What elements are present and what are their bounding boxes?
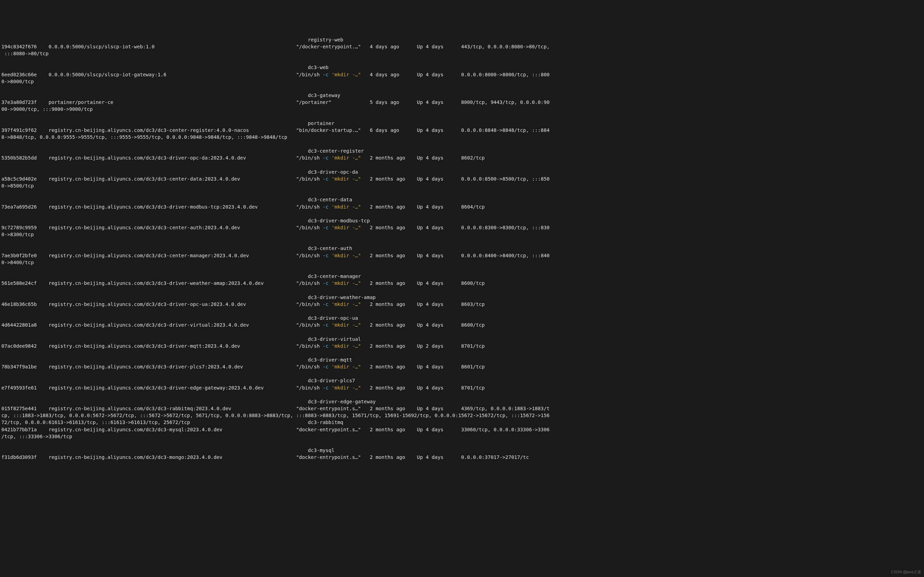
container-name: dc3-center-auth <box>2 245 352 251</box>
container-name: dc3-driver-opc-da <box>2 169 358 175</box>
docker-ps-row: 6eed0236c66e 0.0.0.0:5000/slscp/slscp-io… <box>2 72 550 84</box>
container-name: dc3-driver-weather-amap <box>2 295 376 300</box>
container-name: dc3-gateway <box>2 92 340 98</box>
container-name: dc3-driver-mqtt <box>2 357 352 363</box>
docker-ps-row: 9c72789c9959 registry.cn-beijing.aliyunc… <box>2 225 550 237</box>
container-name: dc3-web <box>2 64 328 70</box>
docker-ps-row: e7f49593fe61 registry.cn-beijing.aliyunc… <box>2 385 485 390</box>
container-name: dc3-driver-edge-gateway <box>2 399 376 405</box>
container-name: dc3-driver-plcs7 <box>2 378 355 383</box>
container-name: dc3-driver-opc-ua <box>2 315 358 321</box>
docker-ps-row: 015f8275e441 registry.cn-beijing.aliyunc… <box>2 406 550 425</box>
container-name: dc3-driver-virtual <box>2 336 361 342</box>
container-name: dc3-rabbitmq <box>308 419 343 425</box>
docker-ps-row: 194c8342f676 0.0.0.0:5000/slscp/slscp-io… <box>2 44 550 56</box>
docker-ps-row: 46e18b36c65b registry.cn-beijing.aliyunc… <box>2 301 485 307</box>
container-name: dc3-center-data <box>2 197 352 202</box>
docker-ps-row: 397f491c9f62 registry.cn-beijing.aliyunc… <box>2 127 550 140</box>
docker-ps-row: 37e3a80d723f portainer/portainer-ce "/po… <box>2 100 550 112</box>
container-name: registry-web <box>2 37 343 42</box>
container-name: dc3-center-manager <box>2 274 361 279</box>
docker-ps-row: f31db6d3093f registry.cn-beijing.aliyunc… <box>2 455 529 460</box>
container-name: dc3-center-register <box>2 148 364 154</box>
terminal-output: registry-web 194c8342f676 0.0.0.0:5000/s… <box>0 35 924 463</box>
docker-ps-row: 73ea7a695d26 registry.cn-beijing.aliyunc… <box>2 204 485 210</box>
docker-ps-row: 7ae3b0f2bfe0 registry.cn-beijing.aliyunc… <box>2 253 550 265</box>
docker-ps-row: 561e588e24cf registry.cn-beijing.aliyunc… <box>2 280 485 286</box>
docker-ps-row: 0421b77bb71a registry.cn-beijing.aliyunc… <box>2 427 550 439</box>
docker-ps-row: a58c5c9d402e registry.cn-beijing.aliyunc… <box>2 176 550 189</box>
docker-ps-row: 5350b582b5dd registry.cn-beijing.aliyunc… <box>2 155 485 161</box>
docker-ps-row: 4d64422801a8 registry.cn-beijing.aliyunc… <box>2 322 485 328</box>
docker-ps-row: 07ac0dee9842 registry.cn-beijing.aliyunc… <box>2 343 485 349</box>
container-name: portainer <box>2 121 334 126</box>
container-name: dc3-mysql <box>2 448 334 453</box>
container-name: dc3-driver-modbus-tcp <box>2 218 370 223</box>
docker-ps-row: 78b347f9a1be registry.cn-beijing.aliyunc… <box>2 364 485 369</box>
